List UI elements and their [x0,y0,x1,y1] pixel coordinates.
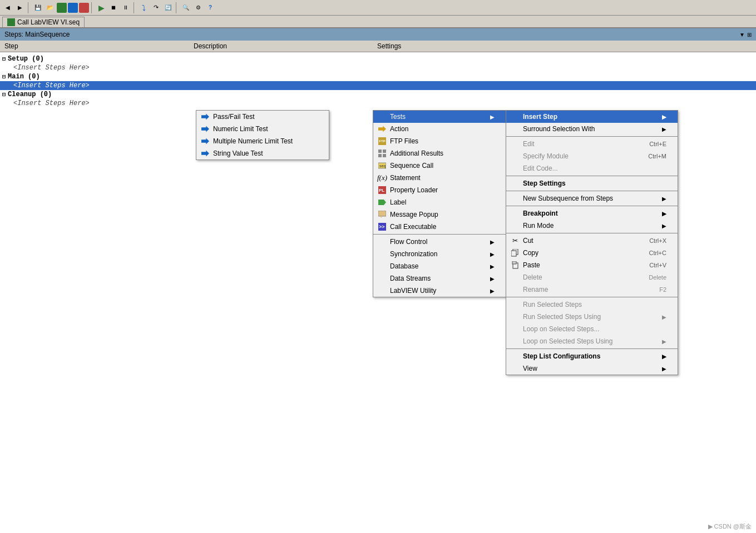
tb-back[interactable]: ◀ [2,2,13,13]
menu-item-step-settings[interactable]: Step Settings [506,177,678,190]
menu-item-message-popup[interactable]: Message Popup [373,208,506,221]
menu-item-string-value[interactable]: String Value Test [196,147,329,160]
menu-item-loop-selected-steps[interactable]: Loop on Selected Steps... [506,323,678,335]
view-arrow: ▶ [662,366,666,372]
setup-insert[interactable]: <Insert Steps Here> [0,63,756,72]
label-icon [378,198,387,207]
breakpoint-arrow: ▶ [662,211,666,217]
tab-icon [7,18,15,26]
menu-item-view[interactable]: View ▶ [506,362,678,375]
menu-item-loop-selected-steps-using[interactable]: Loop on Selected Steps Using ▶ [506,335,678,347]
menu-item-copy[interactable]: Copy Ctrl+C [506,247,678,259]
copy-shortcut: Ctrl+C [649,250,666,256]
col-header-step: Step [0,42,189,50]
menu-item-call-executable[interactable]: >> Call Executable [373,221,506,233]
tb-reload[interactable]: 🔄 [162,2,174,13]
loop-selected-steps-using-label: Loop on Selected Steps Using [523,337,612,345]
menu-item-breakpoint[interactable]: Breakpoint ▶ [506,207,678,220]
step-list-configs-arrow: ▶ [662,353,666,360]
menu-item-surround-selection[interactable]: Surround Selection With ▶ [506,123,678,135]
menu-item-numeric-limit[interactable]: Numeric Limit Test [196,123,329,135]
menu-item-sequence-call[interactable]: seq Sequence Call [373,160,506,172]
header-controls: ▼ ⊞ [739,32,752,38]
edit-icon [511,140,520,148]
cut-shortcut: Ctrl+X [649,237,666,244]
surround-selection-label: Surround Selection With [523,125,595,133]
menu-item-delete[interactable]: Delete Delete [506,271,678,283]
menu-item-database[interactable]: Database ▶ [373,260,506,272]
tb-run[interactable]: ▶ [96,2,107,13]
action-label: Action [390,125,408,133]
menu-item-edit[interactable]: Edit Ctrl+E [506,138,678,150]
menu-item-new-subsequence[interactable]: New Subsequence from Steps ▶ [506,192,678,205]
new-subsequence-icon [511,194,520,203]
statement-icon: f(x) [378,173,387,182]
database-label: Database [390,262,418,270]
toolbar-icons: ◀ ▶ 💾 📂 ▶ ⏹ ⏸ ⤵ ↷ 🔄 🔍 ⚙ ? [2,2,216,13]
specify-module-label: Specify Module [523,152,569,160]
setup-group-header: ⊟ Setup (0) [0,54,756,63]
tb-step-over[interactable]: ↷ [150,2,161,13]
menu-item-ftp[interactable]: FTP FTP Files [373,135,506,147]
flow-control-icon [378,237,387,246]
tb-icon4[interactable] [68,3,78,13]
menu-item-specify-module[interactable]: Specify Module Ctrl+M [506,150,678,162]
tb-help[interactable]: ? [205,2,216,13]
app-window: ◀ ▶ 💾 📂 ▶ ⏹ ⏸ ⤵ ↷ 🔄 🔍 ⚙ ? Call LabVIEW V… [0,0,756,533]
menu-item-run-selected-steps-using[interactable]: Run Selected Steps Using ▶ [506,311,678,323]
menu-item-edit-code[interactable]: Edit Code... [506,162,678,175]
menu-item-label[interactable]: Label [373,196,506,208]
menu-item-run-mode[interactable]: Run Mode ▶ [506,220,678,232]
tb-step-into[interactable]: ⤵ [138,2,149,13]
menu-item-statement[interactable]: f(x) Statement [373,172,506,184]
tb-settings[interactable]: ⚙ [192,2,204,13]
cleanup-collapse[interactable]: ⊟ [2,91,6,98]
cleanup-label: Cleanup [8,91,36,98]
menu-item-flow-control[interactable]: Flow Control ▶ [373,236,506,248]
tb-sep3 [134,2,136,13]
menu-item-synchronization[interactable]: Synchronization ▶ [373,248,506,260]
menu-items: Tests ▶ Action FTP FTP Files [373,110,506,297]
tb-open[interactable]: 📂 [45,2,56,13]
labview-utility-label: LabVIEW Utility [390,287,436,295]
main-insert[interactable]: <Insert Steps Here> [0,81,756,90]
tb-forward[interactable]: ▶ [14,2,26,13]
menu-item-data-streams[interactable]: Data Streams ▶ [373,272,506,285]
menu-item-step-list-configs[interactable]: Step List Configurations ▶ [506,350,678,362]
tb-icon5[interactable] [79,3,89,13]
menu-item-pass-fail[interactable]: Pass/Fail Test [196,111,329,123]
menu-sep-1 [373,234,506,235]
tab-main[interactable]: Call LabVIEW VI.seq [2,17,85,27]
menu-item-insert-step[interactable]: Insert Step ▶ [506,111,678,123]
tb-pause[interactable]: ⏸ [120,2,131,13]
menu-item-action[interactable]: Action [373,123,506,135]
label-label: Label [390,198,406,206]
tb-sep4 [176,2,178,13]
menu-item-run-selected-steps[interactable]: Run Selected Steps [506,298,678,311]
tb-search[interactable]: 🔍 [180,2,191,13]
menu-item-additional-results[interactable]: Additional Results [373,147,506,160]
menu-item-rename[interactable]: Rename F2 [506,283,678,296]
menu-item-property-loader[interactable]: PL Property Loader [373,184,506,196]
menu-item-tests[interactable]: Tests ▶ [373,111,506,123]
content-area: ⊟ Setup (0) <Insert Steps Here> ⊟ Main (… [0,52,756,533]
tb-save[interactable]: 💾 [32,2,43,13]
synchronization-arrow: ▶ [490,251,495,257]
setup-count: (0) [32,55,44,63]
setup-collapse[interactable]: ⊟ [2,56,6,62]
menu-item-paste[interactable]: Paste Ctrl+V [506,259,678,271]
menu-item-labview-utility[interactable]: LabVIEW Utility ▶ [373,285,506,297]
run-selected-steps-using-icon [511,312,520,321]
menu-sep-ctx-6 [506,297,678,297]
pass-fail-icon [201,112,210,121]
pin-down[interactable]: ▼ [739,32,745,38]
tb-stop[interactable]: ⏹ [108,2,119,13]
pin-dock[interactable]: ⊞ [747,32,752,38]
menu-item-multi-numeric[interactable]: Multiple Numeric Limit Test [196,135,329,147]
menu-item-cut[interactable]: ✂ Cut Ctrl+X [506,235,678,247]
main-collapse[interactable]: ⊟ [2,73,6,80]
insert-step-label: Insert Step [523,113,557,121]
tb-icon3[interactable] [57,3,67,13]
cleanup-insert[interactable]: <Insert Steps Here> [0,99,756,108]
specify-module-shortcut: Ctrl+M [648,153,666,160]
